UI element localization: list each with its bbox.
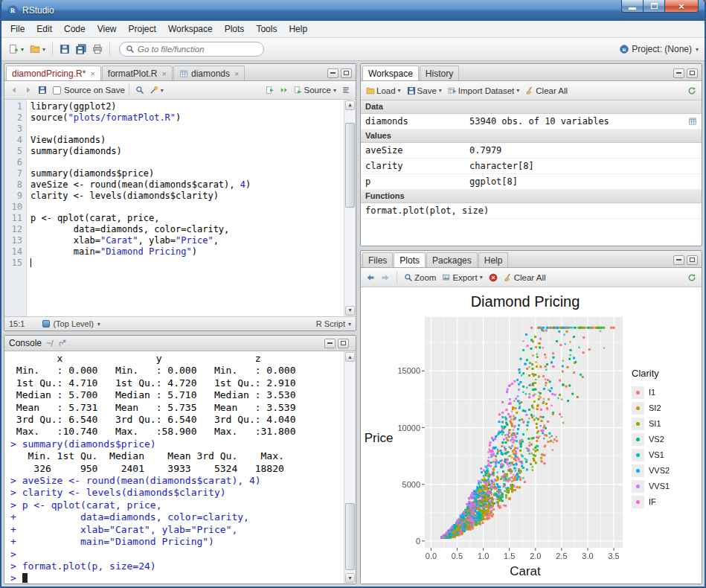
code-tools-button[interactable]: ▾	[147, 83, 166, 97]
tab-packages[interactable]: Packages	[426, 252, 478, 267]
scroll-down-icon[interactable]: ▼	[345, 573, 355, 583]
workspace-row[interactable]: aveSize0.7979	[361, 143, 702, 159]
close-tab-icon[interactable]: ×	[234, 69, 239, 78]
menu-item-help[interactable]: Help	[283, 22, 313, 36]
goto-file-input[interactable]	[138, 45, 257, 54]
previous-plot-button[interactable]	[364, 271, 377, 284]
titlebar[interactable]: R RStudio ×	[1, 0, 705, 21]
scope-selector[interactable]: (Top Level)	[53, 319, 93, 328]
menu-item-tools[interactable]: Tools	[250, 22, 283, 36]
menu-item-project[interactable]: Project	[123, 22, 162, 36]
load-workspace-button[interactable]: Load▾	[364, 84, 403, 98]
zoom-plot-button[interactable]: Zoom	[402, 271, 438, 284]
save-all-button[interactable]	[74, 42, 89, 57]
tab-plots[interactable]: Plots	[394, 252, 426, 267]
tab-workspace[interactable]: Workspace	[362, 65, 419, 80]
popout-icon[interactable]	[58, 339, 67, 348]
console-line: + data=diamonds, color=clarity,	[10, 511, 344, 523]
source-tab-0[interactable]: diamondPricing.R*×	[6, 65, 101, 80]
file-type-selector[interactable]: R Script	[316, 319, 345, 328]
remove-plot-button[interactable]	[487, 271, 500, 284]
line-number: 3	[4, 124, 22, 135]
save-workspace-button[interactable]: Save▾	[405, 84, 444, 98]
maximize-pane-button[interactable]	[341, 68, 352, 78]
rerun-button[interactable]	[277, 83, 291, 97]
project-label: Project: (None)	[632, 44, 692, 54]
object-value: 53940 obs. of 10 variables	[469, 116, 688, 127]
clear-workspace-button[interactable]: Clear All	[523, 84, 570, 98]
print-button[interactable]	[90, 42, 105, 57]
save-button[interactable]	[57, 42, 72, 57]
menu-item-workspace[interactable]: Workspace	[162, 22, 219, 36]
editor-scroll-thumb[interactable]	[345, 123, 355, 208]
console-output[interactable]: x y z Min. : 0.000 Min. : 0.000 Min. : 0…	[4, 351, 344, 584]
source-tab-1[interactable]: formatPlot.R×	[102, 65, 173, 80]
minimize-pane-button[interactable]	[673, 68, 684, 78]
open-file-button[interactable]: ▾	[28, 42, 48, 57]
scroll-up-icon[interactable]: ▲	[345, 100, 355, 110]
workspace-row[interactable]: pggplot[8]	[361, 174, 702, 190]
workspace-row[interactable]: claritycharacter[8]	[361, 159, 702, 174]
console-scrollbar[interactable]: ▲ ▼	[344, 351, 356, 584]
refresh-workspace-button[interactable]	[685, 84, 699, 98]
scroll-up-icon[interactable]: ▲	[345, 352, 355, 362]
maximize-pane-button[interactable]	[687, 68, 698, 78]
console-line: >	[10, 549, 344, 560]
tab-help[interactable]: Help	[478, 252, 509, 267]
workspace-row[interactable]: diamonds53940 obs. of 10 variables	[361, 114, 702, 130]
plots-pane: FilesPlotsPackagesHelp Zoom Export▾ Clea…	[360, 250, 702, 584]
menu-item-file[interactable]: File	[4, 22, 31, 36]
minimize-pane-button[interactable]	[324, 339, 336, 348]
tab-history[interactable]: History	[420, 65, 459, 80]
clear-plots-button[interactable]: Clear All	[501, 271, 548, 284]
maximize-pane-button[interactable]	[687, 255, 698, 265]
menu-item-plots[interactable]: Plots	[219, 22, 251, 36]
console-scroll-track[interactable]	[345, 362, 355, 572]
close-window-button[interactable]: ×	[665, 0, 699, 13]
source-menu-button[interactable]: Source▾	[292, 83, 338, 97]
goto-file-box[interactable]	[119, 42, 264, 57]
plot-area: Diamond Pricing Price Clarity I1SI2SI1VS…	[361, 287, 702, 584]
nav-back-button[interactable]	[7, 83, 21, 97]
code-area[interactable]: library(ggplot2)source("plots/formatPlot…	[27, 100, 344, 316]
maximize-window-button[interactable]	[644, 0, 665, 13]
close-tab-icon[interactable]: ×	[162, 69, 167, 78]
menu-item-view[interactable]: View	[92, 22, 123, 36]
minimize-pane-button[interactable]	[327, 68, 338, 78]
minimize-pane-button[interactable]	[673, 255, 684, 265]
workspace-row[interactable]: format.plot(plot, size)	[361, 203, 702, 219]
refresh-plot-button[interactable]	[685, 271, 699, 284]
project-selector[interactable]: R Project: (None) ▾	[620, 44, 700, 54]
menu-item-code[interactable]: Code	[58, 22, 92, 36]
save-source-button[interactable]	[36, 83, 49, 97]
menu-item-edit[interactable]: Edit	[31, 22, 58, 36]
line-numbers: 123456789101112131415	[4, 100, 27, 316]
next-plot-button[interactable]	[379, 271, 392, 284]
plot-title: Diamond Pricing	[425, 290, 626, 313]
console-line: Median : 5.700 Median : 5.710 Median : 3…	[10, 389, 344, 401]
new-file-button[interactable]: ▾	[6, 42, 26, 57]
maximize-pane-button[interactable]	[338, 339, 349, 348]
scroll-down-icon[interactable]: ▼	[345, 306, 355, 316]
source-tab-2[interactable]: diamonds×	[173, 65, 245, 80]
nav-forward-button[interactable]	[22, 83, 35, 97]
export-plot-button[interactable]: Export▾	[440, 271, 484, 284]
run-line-button[interactable]	[263, 83, 277, 97]
source-on-save-checkbox[interactable]	[53, 86, 61, 95]
tab-files[interactable]: Files	[362, 252, 393, 267]
legend-dot	[636, 469, 640, 473]
console-scroll-thumb[interactable]	[345, 503, 355, 570]
new-file-icon	[8, 44, 19, 54]
close-tab-icon[interactable]: ×	[90, 69, 94, 78]
import-dataset-button[interactable]: Import Dataset▾	[446, 84, 522, 98]
editor-scrollbar[interactable]: ▲ ▼	[344, 100, 356, 316]
editor-scroll-track[interactable]	[345, 111, 355, 305]
save-all-icon	[76, 44, 86, 54]
find-button[interactable]	[133, 83, 147, 97]
legend-label: VVS2	[649, 466, 670, 475]
outline-button[interactable]	[339, 83, 353, 97]
minimize-window-button[interactable]	[621, 0, 644, 13]
view-data-icon[interactable]	[688, 117, 697, 126]
main-toolbar: ▾ ▾ R Project: (None) ▾	[1, 38, 705, 61]
legend-item: VS2	[632, 432, 700, 447]
